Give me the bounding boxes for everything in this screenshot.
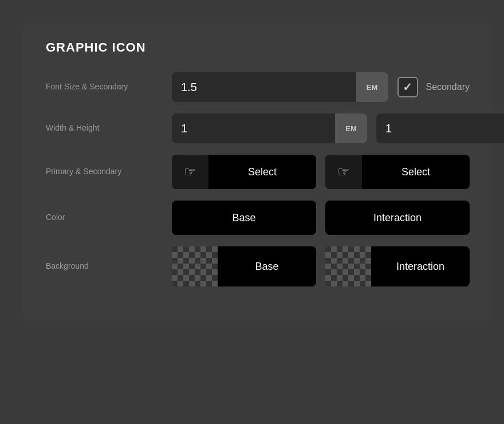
background-interaction-label: Interaction: [371, 246, 470, 286]
fontsize-row: Font Size & Secondary EM ✓ Secondary: [46, 72, 470, 102]
background-base-checker: [172, 246, 218, 286]
dimensions-controls: EM EM: [172, 113, 504, 143]
primary-select-label: Select: [208, 155, 316, 189]
background-base-button[interactable]: Base: [172, 246, 316, 286]
color-controls: Base Interaction: [172, 201, 470, 235]
fontsize-input-group[interactable]: EM: [172, 72, 388, 102]
fontsize-unit-badge: EM: [356, 72, 388, 102]
secondary-checkbox-label: Secondary: [426, 82, 470, 92]
background-interaction-button[interactable]: Interaction: [325, 246, 470, 286]
background-base-label: Base: [218, 246, 316, 286]
width-unit-badge: EM: [335, 113, 367, 143]
color-row: Color Base Interaction: [46, 201, 470, 235]
dimensions-label: Width & Height: [46, 123, 160, 134]
fontsize-input[interactable]: [172, 81, 356, 94]
height-input[interactable]: [376, 122, 504, 135]
color-base-label: Base: [172, 212, 316, 224]
primary-cursor-icon: ☞: [184, 164, 196, 180]
primary-secondary-row: Primary & Secondary ☞ Select ☞ Select: [46, 155, 470, 189]
secondary-cursor-icon-area: ☞: [325, 155, 362, 189]
background-interaction-checker: [325, 246, 371, 286]
background-row: Background Base Interaction: [46, 246, 470, 286]
color-label: Color: [46, 212, 160, 223]
background-controls: Base Interaction: [172, 246, 470, 286]
width-input-group[interactable]: EM: [172, 113, 367, 143]
graphic-icon-panel: GRAPHIC ICON Font Size & Secondary EM ✓ …: [23, 23, 493, 321]
width-input[interactable]: [172, 122, 335, 135]
primary-cursor-icon-area: ☞: [172, 155, 208, 189]
color-interaction-button[interactable]: Interaction: [325, 201, 470, 235]
secondary-cursor-icon: ☞: [337, 164, 350, 180]
fontsize-controls: EM ✓ Secondary: [172, 72, 470, 102]
primary-secondary-label: Primary & Secondary: [46, 166, 160, 178]
secondary-select-label: Select: [362, 155, 470, 189]
fontsize-label: Font Size & Secondary: [46, 81, 160, 93]
background-label: Background: [46, 261, 160, 272]
primary-select-button[interactable]: ☞ Select: [172, 155, 316, 189]
panel-title: GRAPHIC ICON: [46, 40, 470, 55]
dimensions-row: Width & Height EM EM: [46, 113, 470, 143]
secondary-checkbox[interactable]: ✓: [397, 77, 418, 97]
checkmark-icon: ✓: [403, 80, 412, 94]
height-input-group[interactable]: EM: [376, 113, 504, 143]
secondary-select-button[interactable]: ☞ Select: [325, 155, 470, 189]
primary-secondary-controls: ☞ Select ☞ Select: [172, 155, 470, 189]
color-base-button[interactable]: Base: [172, 201, 316, 235]
color-interaction-label: Interaction: [325, 212, 470, 224]
secondary-checkbox-group: ✓ Secondary: [397, 72, 470, 102]
